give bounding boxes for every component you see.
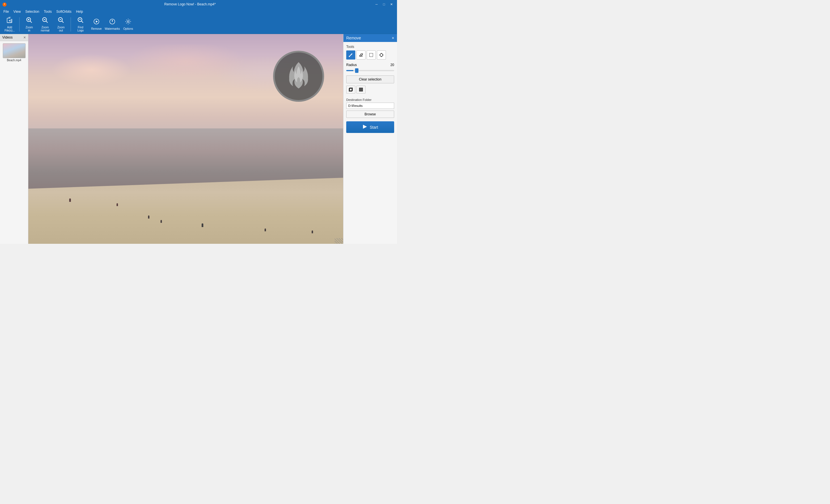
maximize-button[interactable]: □ [381,1,387,7]
watermark-corner [334,238,343,244]
toolbar: AddFile(s)... Zoomin Zoomnormal [0,15,397,34]
remove-panel-title: Remove [346,36,361,40]
videos-panel: Videos × Beach.mp4 [0,34,28,244]
radius-label: Radius [346,63,357,67]
zoom-out-icon [58,17,64,25]
options-button[interactable]: Options [121,16,135,33]
titlebar: Remove Logo Now! - Beach.mp4* ─ □ ✕ [0,0,397,8]
zoom-out-label: Zoomout [57,26,65,32]
videos-panel-title: Videos [2,35,12,39]
app-icon [2,2,7,6]
remove-panel: Remove × Tools [343,34,397,244]
menu-help[interactable]: Help [74,9,85,14]
add-files-button[interactable]: AddFile(s)... [2,16,17,33]
start-arrow-icon [362,124,368,129]
zoom-in-label: Zoomin [26,26,33,32]
svg-rect-25 [370,53,373,57]
eraser-icon [359,53,363,57]
person-1 [69,198,71,202]
menu-softorbits[interactable]: SoftOrbits [54,9,74,14]
destination-folder-input[interactable] [346,103,394,109]
options-icon [125,18,132,27]
person-4 [160,220,162,223]
svg-rect-29 [359,88,363,91]
options-label: Options [123,27,133,30]
svg-line-8 [30,21,32,23]
svg-rect-4 [10,17,12,19]
radius-slider[interactable] [346,70,394,71]
find-logo-icon [77,17,84,25]
zoom-normal-icon [42,17,49,25]
window-title: Remove Logo Now! - Beach.mp4* [7,2,373,6]
remove-panel-close[interactable]: × [392,36,394,40]
radius-section: Radius 20 [346,63,394,72]
zoom-normal-label: Zoomnormal [41,26,50,32]
copy-frame-icon [349,87,353,92]
add-files-icon [6,17,13,25]
list-item[interactable]: Beach.mp4 [1,42,27,63]
zoom-in-button[interactable]: Zoomin [22,16,37,33]
radius-label-row: Radius 20 [346,63,394,67]
menu-file[interactable]: File [1,9,11,14]
zoom-in-icon [26,17,33,25]
close-button[interactable]: ✕ [388,1,395,7]
logo-svg [280,58,317,95]
remove-button[interactable]: Remove [89,16,104,33]
brush-icon [349,53,353,57]
person-7 [312,231,313,233]
browse-button[interactable]: Browse [346,110,394,118]
action-buttons-row [346,86,394,94]
tools-row [346,51,394,60]
toolbar-separator-1 [19,17,20,31]
paste-frame-icon [359,87,363,92]
svg-line-12 [46,21,47,23]
person-5 [202,223,203,227]
watermarks-button[interactable]: Watermarks [105,16,120,33]
window-controls: ─ □ ✕ [373,1,395,7]
svg-line-18 [82,21,83,23]
video-canvas[interactable] [28,34,343,244]
videos-panel-close[interactable]: × [24,35,26,40]
remove-panel-body: Tools [343,42,397,244]
tools-section-label: Tools [346,45,394,49]
clear-selection-button[interactable]: Clear selection [346,75,394,83]
video-filename: Beach.mp4 [7,59,21,62]
svg-point-26 [380,54,383,57]
svg-point-22 [127,21,129,23]
find-logo-button[interactable]: FindLogo [73,16,88,33]
svg-marker-20 [96,21,98,23]
minimize-button[interactable]: ─ [373,1,380,7]
rect-tool-button[interactable] [366,51,376,60]
menu-view[interactable]: View [11,9,23,14]
rect-select-icon [369,53,374,57]
copy-frame-button[interactable] [346,86,355,94]
person-6 [264,229,266,231]
svg-line-15 [62,21,64,23]
svg-point-23 [349,56,350,57]
video-thumbnail [3,43,26,58]
svg-marker-30 [363,125,367,129]
menubar: File View Selection Tools SoftOrbits Hel… [0,8,397,15]
find-logo-label: FindLogo [77,26,84,32]
start-icon [362,124,368,130]
watermarks-label: Watermarks [105,27,120,30]
eraser-tool-button[interactable] [356,51,365,60]
brush-tool-button[interactable] [346,51,355,60]
logo-circle [273,51,324,102]
zoom-normal-button[interactable]: Zoomnormal [38,16,53,33]
thumbnail-image [3,44,25,58]
zoom-out-button[interactable]: Zoomout [54,16,68,33]
menu-tools[interactable]: Tools [42,9,54,14]
video-frame [28,34,343,244]
add-files-label: AddFile(s)... [4,26,15,32]
remove-icon [93,18,100,27]
videos-panel-header: Videos × [0,34,28,41]
start-label: Start [370,125,378,130]
video-list: Beach.mp4 [0,41,28,244]
paste-frame-button[interactable] [356,86,365,94]
menu-selection[interactable]: Selection [23,9,41,14]
start-button[interactable]: Start [346,121,394,133]
svg-point-17 [78,18,82,22]
person-3 [148,215,150,219]
magic-wand-button[interactable] [377,51,386,60]
